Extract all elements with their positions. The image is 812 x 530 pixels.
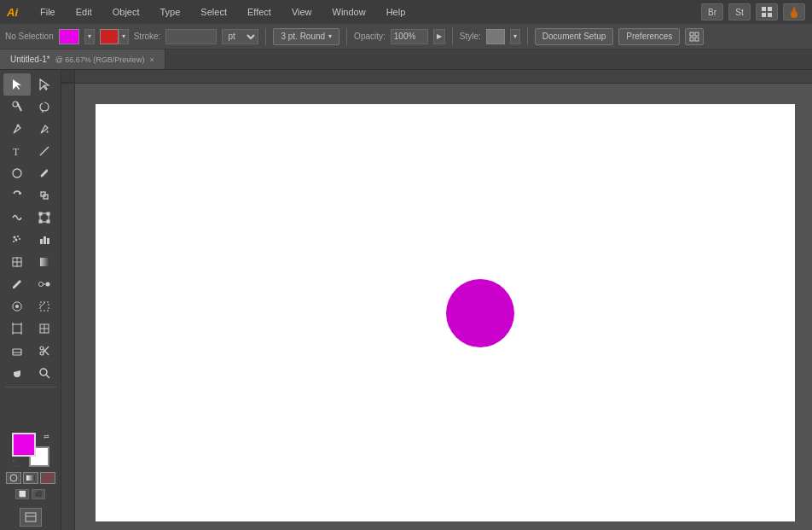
gradient-tool[interactable] — [31, 251, 58, 273]
svg-point-28 — [17, 236, 19, 237]
stock-icon-btn[interactable]: St — [728, 3, 751, 20]
menu-window[interactable]: Window — [329, 5, 369, 19]
ellipse-tool[interactable] — [3, 162, 31, 184]
live-paint-select-tool[interactable] — [31, 295, 58, 317]
type-tool[interactable]: T — [3, 140, 31, 162]
eyedropper-tool[interactable] — [3, 273, 31, 295]
free-transform-tool[interactable] — [31, 207, 58, 229]
magic-wand-tool[interactable] — [3, 96, 31, 118]
bridge-icon-btn[interactable]: Br — [701, 3, 723, 20]
svg-rect-38 — [40, 258, 49, 266]
stroke-value-input[interactable] — [165, 29, 217, 44]
svg-rect-24 — [47, 213, 49, 215]
svg-line-59 — [46, 375, 49, 378]
hand-tool[interactable] — [3, 362, 31, 384]
stroke-arrow-btn[interactable]: ▾ — [119, 29, 129, 44]
svg-marker-11 — [40, 79, 49, 90]
flame-icon-btn[interactable] — [783, 3, 805, 20]
lasso-tool[interactable] — [31, 96, 58, 118]
live-paint-tool[interactable] — [3, 295, 31, 317]
none-mode-btn[interactable] — [40, 472, 55, 484]
artboard-tool[interactable] — [3, 317, 31, 340]
symbol-spray-tool[interactable] — [3, 229, 31, 251]
pen-tool[interactable] — [3, 118, 31, 140]
svg-rect-3 — [768, 13, 772, 17]
rotate-tool[interactable] — [3, 184, 31, 207]
blend-tool[interactable] — [31, 273, 58, 295]
arrange-icon-btn[interactable] — [685, 28, 704, 45]
svg-rect-1 — [768, 7, 772, 11]
svg-line-63 — [44, 474, 52, 482]
document-tab[interactable]: Untitled-1* @ 66.67% (RGB/Preview) × — [0, 50, 165, 69]
add-anchor-tool[interactable]: + — [31, 118, 58, 140]
ruler-horizontal — [61, 70, 812, 84]
tool-row-8 — [0, 229, 61, 251]
zoom-tool[interactable] — [31, 362, 58, 384]
mesh-tool[interactable] — [3, 251, 31, 273]
fill-arrow-btn[interactable]: ▾ — [84, 29, 95, 44]
opacity-arrow-btn[interactable]: ▶ — [433, 29, 445, 44]
tool-row-13 — [0, 340, 61, 362]
svg-point-40 — [45, 282, 49, 287]
pt-round-btn[interactable]: 3 pt. Round ▾ — [273, 28, 339, 45]
fill-color-swatch[interactable] — [59, 29, 79, 44]
menu-object[interactable]: Object — [109, 5, 143, 19]
fg-bg-swatches: ⇄ ⬛ — [12, 433, 49, 467]
svg-text:T: T — [13, 146, 20, 157]
menu-file[interactable]: File — [37, 5, 59, 19]
tool-row-6 — [0, 184, 61, 207]
opacity-input[interactable] — [391, 29, 428, 44]
pt-round-label: 3 pt. Round — [281, 32, 325, 41]
ruler-h-marks — [75, 70, 812, 83]
art-mode-btn[interactable] — [20, 508, 42, 527]
tab-bar: Untitled-1* @ 66.67% (RGB/Preview) × — [0, 50, 812, 70]
menu-select[interactable]: Select — [197, 5, 230, 19]
scissors-tool[interactable] — [31, 340, 58, 362]
slice-tool[interactable] — [31, 317, 58, 340]
style-arrow-btn[interactable]: ▾ — [510, 29, 520, 44]
column-graph-tool[interactable] — [31, 229, 58, 251]
direct-select-tool[interactable] — [31, 73, 58, 96]
swap-colors-icon[interactable]: ⇄ — [44, 433, 49, 440]
scale-tool[interactable] — [31, 184, 58, 207]
stroke-color-swatch[interactable] — [100, 29, 119, 44]
foreground-swatch[interactable] — [12, 433, 36, 457]
eraser-tool[interactable] — [3, 340, 31, 362]
default-colors-icon[interactable]: ⬛ — [12, 460, 20, 467]
tab-close-btn[interactable]: × — [149, 55, 154, 64]
line-tool[interactable] — [31, 140, 58, 162]
svg-point-39 — [38, 282, 43, 287]
warp-tool[interactable] — [3, 207, 31, 229]
menu-type[interactable]: Type — [157, 5, 184, 19]
paintbrush-tool[interactable] — [31, 162, 58, 184]
selection-tool[interactable] — [3, 73, 31, 96]
doc-setup-button[interactable]: Document Setup — [535, 28, 614, 45]
color-mode-btn[interactable] — [6, 472, 21, 484]
gradient-mode-btn[interactable] — [23, 472, 38, 484]
menu-help[interactable]: Help — [383, 5, 409, 19]
svg-rect-33 — [44, 236, 46, 244]
tool-row-10 — [0, 273, 61, 295]
screen-mode-btn[interactable]: ⬜ — [15, 489, 29, 499]
menu-view[interactable]: View — [288, 5, 316, 19]
svg-rect-61 — [26, 475, 35, 480]
stroke-unit-select[interactable]: ptpxmm — [222, 29, 258, 44]
tool-row-11 — [0, 295, 61, 317]
preferences-button[interactable]: Preferences — [618, 28, 680, 45]
tab-subtitle: @ 66.67% (RGB/Preview) — [55, 55, 145, 64]
tool-row-1 — [0, 73, 61, 96]
app-logo: Ai — [7, 6, 18, 19]
magenta-circle[interactable] — [446, 279, 514, 347]
full-screen-btn[interactable]: ⬛ — [32, 489, 45, 499]
menu-effect[interactable]: Effect — [244, 5, 275, 19]
view-mode-row: ⬜ ⬛ — [15, 489, 45, 499]
svg-point-60 — [10, 475, 17, 481]
separator-3 — [452, 28, 453, 45]
svg-point-58 — [40, 369, 47, 376]
grid-icon-btn[interactable] — [756, 3, 778, 20]
style-swatch[interactable] — [486, 29, 505, 44]
menu-edit[interactable]: Edit — [72, 5, 96, 19]
svg-rect-25 — [39, 220, 42, 223]
options-bar: No Selection ▾ ▾ Stroke: ptpxmm 3 pt. Ro… — [0, 24, 812, 50]
svg-rect-23 — [39, 213, 42, 215]
